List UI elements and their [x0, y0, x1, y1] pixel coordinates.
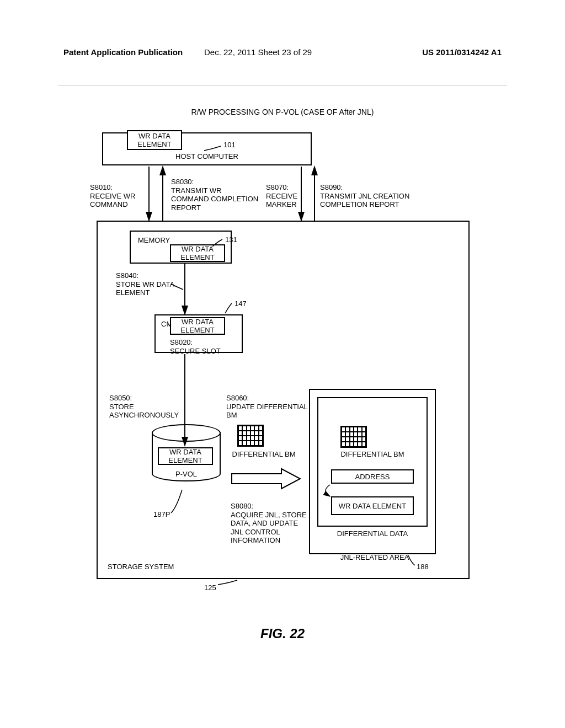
step-s8060: S8060: UPDATE DIFFERENTIAL BM [226, 394, 315, 420]
header-right: US 2011/0314242 A1 [422, 47, 502, 57]
step-s8050: S8050: STORE ASYNCHRONOUSLY [109, 394, 200, 420]
differential-bm-label-left: DIFFERENTIAL BM [231, 450, 297, 459]
jnl-related-area-label: JNL-RELATED AREA [311, 553, 438, 562]
differential-bm-grid-left [237, 425, 264, 447]
differential-data-label: DIFFERENTIAL DATA [317, 529, 428, 538]
step-s8070: S8070: RECEIVE MARKER [266, 183, 316, 209]
wr-data-element-host: WR DATA ELEMENT [127, 130, 182, 150]
differential-bm-grid-right [340, 426, 367, 448]
header-left: Patent Application Publication [63, 47, 183, 57]
step-s8020: S8020: SECURE SLOT [170, 338, 236, 355]
memory-label: MEMORY [138, 236, 170, 245]
divider [58, 85, 507, 86]
wr-data-element-memory: WR DATA ELEMENT [170, 244, 225, 262]
step-s8010: S8010: RECEIVE WR COMMAND [90, 183, 146, 209]
ref-147: 147 [234, 299, 247, 308]
host-computer-label: HOST COMPUTER [102, 152, 312, 161]
pvol-label: P-VOL [175, 470, 197, 479]
figure-label: FIG. 22 [0, 626, 565, 641]
step-s8040: S8040: STORE WR DATA ELEMENT [116, 271, 190, 297]
page: Patent Application Publication Dec. 22, … [0, 0, 565, 728]
step-s8080: S8080: ACQUIRE JNL, STORE DATA, AND UPDA… [231, 502, 308, 545]
wr-data-element-jnl: WR DATA ELEMENT [331, 496, 414, 515]
step-s8030: S8030: TRANSMIT WR COMMAND COMPLETION RE… [171, 178, 259, 212]
ref-187p: 187P [153, 510, 170, 519]
ref-188: 188 [417, 563, 429, 571]
storage-system-label: STORAGE SYSTEM [108, 563, 174, 571]
address-box: ADDRESS [331, 469, 414, 484]
wr-data-element-cm: WR DATA ELEMENT [170, 317, 225, 335]
ref-131: 131 [225, 235, 237, 244]
diagram-title: R/W PROCESSING ON P-VOL (CASE OF After J… [0, 108, 565, 116]
wr-data-element-pvol: WR DATA ELEMENT [158, 447, 213, 465]
differential-bm-label-right: DIFFERENTIAL BM [326, 450, 419, 459]
header-mid: Dec. 22, 2011 Sheet 23 of 29 [204, 47, 312, 57]
ref-101: 101 [223, 141, 236, 149]
ref-125: 125 [204, 584, 216, 592]
step-s8090: S8090: TRANSMIT JNL CREATION COMPLETION … [320, 183, 430, 209]
